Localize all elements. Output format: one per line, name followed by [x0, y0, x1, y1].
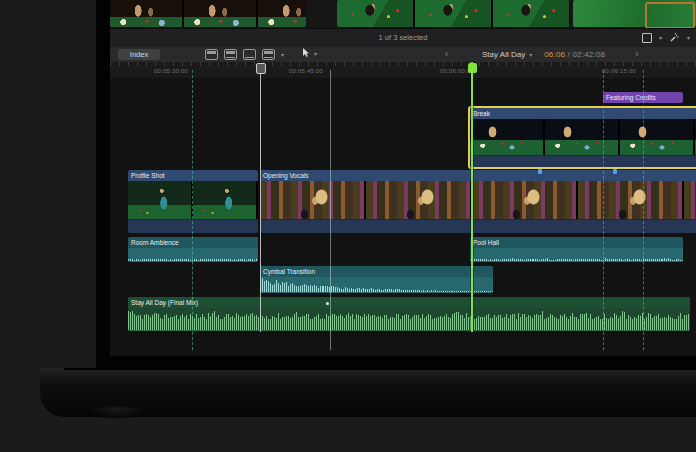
macbook-foot: [85, 406, 149, 418]
clip-filmstrip: [128, 181, 258, 219]
arrow-cursor-icon: [302, 48, 310, 58]
timeline-tracks[interactable]: Featuring Credits Break Profile Shot Ope…: [110, 78, 696, 356]
timeline-ruler[interactable]: 00:05:30:00 00:05:45:00 00:06:00:00 00:0…: [110, 62, 696, 79]
chevron-down-icon[interactable]: ▾: [529, 51, 532, 58]
clip-opening-vocals[interactable]: Opening Vocals: [260, 170, 696, 233]
chevron-down-icon[interactable]: ▾: [659, 34, 662, 41]
timeline-marker-icon[interactable]: [613, 169, 617, 174]
clip-label: Stay All Day (Final Mix): [128, 297, 690, 308]
transform-crop-icon[interactable]: [642, 33, 652, 43]
macbook-body: [40, 368, 696, 417]
audio-waveform: [470, 248, 683, 261]
browser-clip-thumbnail-2[interactable]: [337, 0, 570, 27]
clip-label: Opening Vocals: [260, 170, 696, 181]
select-tool-menu[interactable]: ▾: [302, 48, 317, 58]
clip-appearance-icon-filmstrip[interactable]: [205, 49, 218, 60]
previous-timeline-button[interactable]: ‹: [445, 49, 448, 59]
marker-guide-line: [330, 70, 331, 350]
timecode-current: 06:06: [544, 50, 565, 59]
macbook-mockup: 1 of 3 selected ▾ ▾ Index ▾: [0, 0, 696, 452]
clip-break[interactable]: Break: [468, 106, 696, 169]
skimmer-handle[interactable]: [256, 63, 266, 74]
enhance-wand-icon[interactable]: [669, 32, 680, 43]
chevron-down-icon[interactable]: ▾: [281, 51, 284, 58]
clip-label: Profile Shot: [128, 170, 258, 181]
ruler-timecode: 00:05:45:00: [289, 68, 323, 74]
clip-appearance-controls: ▾: [205, 49, 284, 60]
clip-label: Pool Hall: [470, 237, 683, 248]
timeline-toolbar: Index ▾ ▾ ‹ Stay All Day ▾ 06:06 / 02:42…: [110, 47, 696, 63]
ruler-timecode: 00:06:15:00: [602, 68, 636, 74]
timecode-display: 06:06 / 02:42:08: [544, 50, 605, 59]
clip-appearance-icon-compact[interactable]: [262, 49, 275, 60]
clip-filmstrip: [260, 181, 696, 219]
clip-profile-shot[interactable]: Profile Shot: [128, 170, 258, 233]
clip-room-ambience[interactable]: Room Ambience: [128, 237, 258, 262]
index-button[interactable]: Index: [118, 49, 160, 60]
playhead-handle[interactable]: [468, 63, 477, 73]
timeline-marker-icon[interactable]: [538, 169, 542, 174]
audio-waveform: [128, 308, 690, 330]
clip-audio-band: [260, 219, 696, 233]
timeline-history-nav: ‹ Stay All Day ▾ 06:06 / 02:42:08 ›: [445, 49, 675, 59]
clip-label: Cymbal Transition: [260, 266, 493, 277]
clip-audio-band: [470, 155, 696, 168]
browser-selection-outline: [645, 2, 695, 29]
clip-filmstrip: [470, 119, 696, 155]
clip-appearance-icon-film-audio[interactable]: [224, 49, 237, 60]
playhead-line[interactable]: [471, 62, 473, 332]
clip-label: Room Ambience: [128, 237, 258, 248]
audio-waveform: [128, 248, 258, 261]
browser-area: [110, 0, 696, 28]
selection-status: 1 of 3 selected: [110, 33, 696, 42]
fcp-window: 1 of 3 selected ▾ ▾ Index ▾: [110, 0, 696, 356]
audio-waveform: [260, 277, 493, 292]
browser-clip-thumbnail-1[interactable]: [110, 0, 306, 27]
snap-guide-line: [643, 70, 644, 350]
ruler-timecode: 00:05:30:00: [154, 68, 188, 74]
clip-label: Break: [470, 108, 696, 119]
chevron-down-icon: ▾: [314, 50, 317, 57]
clip-stay-all-day[interactable]: Stay All Day (Final Mix): [128, 297, 690, 331]
clip-cymbal-transition[interactable]: Cymbal Transition: [260, 266, 493, 293]
snap-guide-line: [192, 70, 193, 350]
chevron-down-icon[interactable]: ▾: [687, 34, 690, 41]
keyframe-dot[interactable]: [326, 302, 329, 305]
browser-status-bar: 1 of 3 selected ▾ ▾: [110, 28, 696, 49]
timecode-total: 02:42:08: [572, 50, 605, 59]
clip-appearance-icon-audio-film[interactable]: [243, 49, 256, 60]
clip-pool-hall[interactable]: Pool Hall: [470, 237, 683, 262]
clip-audio-band: [128, 219, 258, 233]
next-timeline-button[interactable]: ›: [635, 49, 638, 59]
project-name[interactable]: Stay All Day: [482, 50, 525, 59]
skimmer-line: [260, 64, 261, 332]
snap-guide-line: [603, 70, 604, 350]
